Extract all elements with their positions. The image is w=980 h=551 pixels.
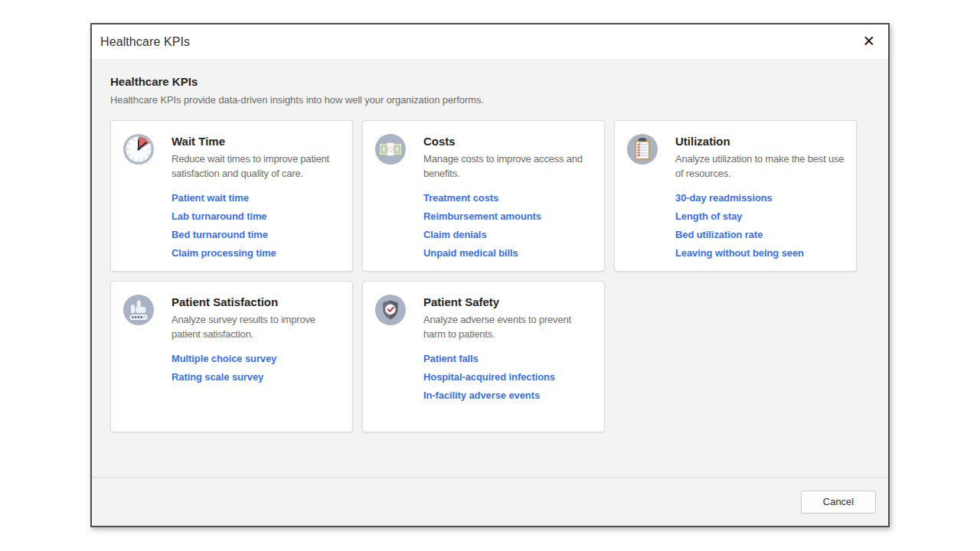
dialog-body: Healthcare KPIs Healthcare KPIs provide …	[92, 59, 888, 477]
card-content: Costs Manage costs to improve access and…	[423, 133, 595, 271]
kpi-link-treatment-costs[interactable]: Treatment costs	[423, 192, 595, 204]
dialog-title: Healthcare KPIs	[100, 35, 190, 49]
kpi-link-in-facility-adverse-events[interactable]: In-facility adverse events	[423, 390, 595, 401]
kpi-link-rating-scale-survey[interactable]: Rating scale survey	[172, 371, 343, 383]
kpi-link-leaving-without-being-seen[interactable]: Leaving without being seen	[675, 247, 847, 259]
healthcare-kpis-dialog: Healthcare KPIs × Healthcare KPIs Health…	[90, 23, 890, 527]
kpi-link-claim-processing-time[interactable]: Claim processing time	[172, 247, 343, 259]
kpi-link-patient-falls[interactable]: Patient falls	[423, 353, 595, 364]
cancel-button[interactable]: Cancel	[801, 491, 876, 514]
kpi-link-hospital-acquired-infections[interactable]: Hospital-acquired infections	[423, 371, 595, 383]
kpi-link-30-day-readmissions[interactable]: 30-day readmissions	[675, 192, 847, 204]
page-subtitle: Healthcare KPIs provide data-driven insi…	[110, 94, 870, 106]
kpi-link-list: Patient fallsHospital-acquired infection…	[423, 353, 595, 401]
card-content: Patient Satisfaction Analyze survey resu…	[172, 294, 343, 432]
money-icon	[374, 133, 407, 165]
kpi-card-title: Utilization	[675, 135, 847, 148]
kpi-card-wait-time: Wait Time Reduce wait times to improve p…	[110, 120, 353, 272]
kpi-card-description: Analyze adverse events to prevent harm t…	[423, 313, 595, 342]
dialog-footer: Cancel	[92, 477, 888, 526]
page-title: Healthcare KPIs	[110, 75, 870, 88]
close-icon[interactable]: ×	[858, 31, 879, 53]
kpi-card-description: Manage costs to improve access and benef…	[423, 152, 595, 181]
kpi-card-grid: Wait Time Reduce wait times to improve p…	[110, 120, 858, 432]
shield-check-icon	[374, 294, 407, 326]
kpi-link-patient-wait-time[interactable]: Patient wait time	[172, 192, 343, 204]
kpi-card-patient-satisfaction: Patient Satisfaction Analyze survey resu…	[110, 281, 353, 432]
kpi-card-patient-safety: Patient Safety Analyze adverse events to…	[362, 281, 605, 432]
kpi-card-description: Analyze utilization to make the best use…	[675, 152, 847, 181]
kpi-link-list: Multiple choice surveyRating scale surve…	[172, 353, 343, 383]
kpi-link-claim-denials[interactable]: Claim denials	[423, 229, 595, 240]
kpi-link-length-of-stay[interactable]: Length of stay	[675, 210, 847, 222]
kpi-link-list: Treatment costsReimbursement amountsClai…	[423, 192, 595, 259]
kpi-card-description: Analyze survey results to improve patien…	[172, 313, 343, 342]
kpi-link-bed-turnaround-time[interactable]: Bed turnaround time	[172, 229, 343, 240]
kpi-card-title: Patient Safety	[423, 295, 595, 308]
kpi-card-title: Wait Time	[172, 135, 343, 148]
card-content: Patient Safety Analyze adverse events to…	[423, 294, 595, 432]
kpi-link-unpaid-medical-bills[interactable]: Unpaid medical bills	[423, 247, 595, 259]
card-content: Wait Time Reduce wait times to improve p…	[172, 133, 343, 271]
kpi-link-multiple-choice-survey[interactable]: Multiple choice survey	[172, 353, 343, 364]
kpi-card-costs: Costs Manage costs to improve access and…	[362, 120, 605, 272]
kpi-link-lab-turnaround-time[interactable]: Lab turnaround time	[172, 210, 343, 222]
kpi-link-reimbursement-amounts[interactable]: Reimbursement amounts	[423, 210, 595, 222]
kpi-card-title: Patient Satisfaction	[172, 295, 343, 308]
kpi-card-description: Reduce wait times to improve patient sat…	[172, 152, 343, 181]
kpi-card-title: Costs	[423, 135, 595, 148]
kpi-link-bed-utilization-rate[interactable]: Bed utilization rate	[675, 229, 847, 240]
thumbs-up-icon	[122, 294, 155, 326]
card-content: Utilization Analyze utilization to make …	[675, 133, 847, 271]
kpi-link-list: 30-day readmissionsLength of stayBed uti…	[675, 192, 847, 259]
clock-icon	[122, 133, 155, 165]
kpi-link-list: Patient wait timeLab turnaround timeBed …	[172, 192, 343, 259]
clipboard-checklist-icon	[626, 133, 658, 165]
kpi-card-utilization: Utilization Analyze utilization to make …	[614, 120, 857, 272]
dialog-titlebar: Healthcare KPIs ×	[92, 24, 888, 59]
